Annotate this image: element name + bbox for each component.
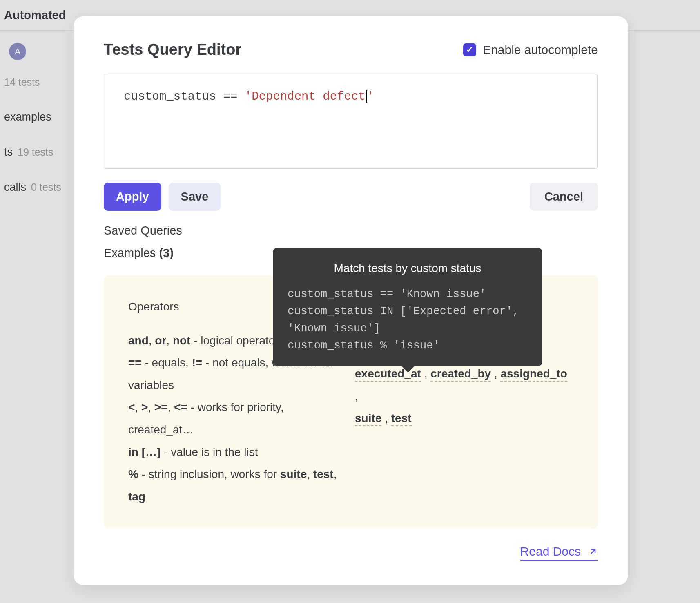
cancel-button[interactable]: Cancel xyxy=(530,183,598,211)
modal-title: Tests Query Editor xyxy=(104,41,241,58)
tooltip-arrow-icon xyxy=(401,365,415,373)
query-input[interactable]: custom_status == 'Dependent defect' xyxy=(104,74,598,169)
var-created-by[interactable]: created_by xyxy=(430,367,491,382)
saved-queries-link[interactable]: Saved Queries xyxy=(104,224,598,237)
external-link-icon xyxy=(588,547,598,556)
examples-label: Examples xyxy=(104,246,156,259)
read-docs-link[interactable]: Read Docs xyxy=(520,545,598,561)
tooltip-title: Match tests by custom status xyxy=(288,259,528,277)
read-docs-label: Read Docs xyxy=(520,545,581,558)
tooltip-code-line-1: custom_status == 'Known issue' xyxy=(288,286,528,303)
query-editor-modal: Tests Query Editor ✓ Enable autocomplete… xyxy=(74,16,628,585)
autocomplete-toggle[interactable]: ✓ Enable autocomplete xyxy=(463,43,598,57)
variables-row-4: suite , test xyxy=(355,407,573,430)
save-button[interactable]: Save xyxy=(169,183,221,211)
var-test[interactable]: test xyxy=(391,412,412,426)
read-docs-row: Read Docs xyxy=(104,545,598,561)
modal-header: Tests Query Editor ✓ Enable autocomplete xyxy=(104,41,598,58)
var-assigned-to[interactable]: assigned_to xyxy=(500,367,567,382)
text-cursor xyxy=(366,90,367,103)
percent-line: % - string inclusion, works for suite, t… xyxy=(128,463,347,508)
checkbox-checked-icon[interactable]: ✓ xyxy=(463,43,476,56)
variables-row-3: executed_at , created_by , assigned_to , xyxy=(355,363,573,407)
examples-count: (3) xyxy=(159,246,173,259)
query-token-field: custom_status xyxy=(124,90,216,103)
tooltip-code-line-3: custom_status % 'issue' xyxy=(288,337,528,355)
tooltip-code-line-2: custom_status IN ['Expected error', 'Kno… xyxy=(288,303,528,337)
autocomplete-label: Enable autocomplete xyxy=(483,43,598,57)
query-token-op: == xyxy=(223,90,238,103)
button-row: Apply Save Cancel xyxy=(104,183,598,211)
comparison-line: <, >, >=, <= - works for priority, creat… xyxy=(128,396,347,441)
in-line: in […] - value is in the list xyxy=(128,441,347,464)
var-suite[interactable]: suite xyxy=(355,412,381,426)
apply-button[interactable]: Apply xyxy=(104,183,161,211)
tooltip: Match tests by custom status custom_stat… xyxy=(273,248,542,366)
query-token-string: 'Dependent defect' xyxy=(245,90,374,103)
